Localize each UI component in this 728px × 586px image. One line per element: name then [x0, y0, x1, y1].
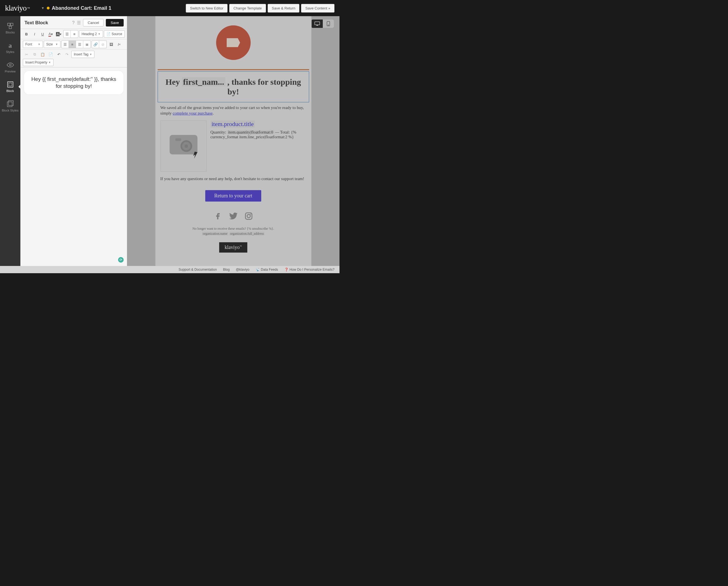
data-feeds-link[interactable]: 📡Data Feeds — [256, 268, 278, 271]
social-row[interactable] — [155, 207, 311, 225]
svg-point-3 — [9, 64, 11, 66]
support-text[interactable]: If you have any questions or need any he… — [155, 173, 311, 185]
svg-rect-6 — [7, 102, 12, 106]
header-actions: Switch to New Editor Change Template Sav… — [186, 4, 335, 13]
unsubscribe-text[interactable]: No longer want to receive these emails? … — [155, 225, 311, 237]
product-image-placeholder — [160, 120, 207, 172]
editor-panel: Text Block ? ☰ Cancel Save B I U A▾ A▾ ☰… — [20, 16, 127, 266]
block-icon — [7, 81, 14, 88]
unlink-button[interactable]: ⊘ — [99, 41, 106, 48]
svg-rect-7 — [8, 101, 13, 105]
instagram-icon[interactable] — [245, 212, 253, 220]
heading-select[interactable]: Heading 2▼ — [79, 30, 103, 38]
support-docs-link[interactable]: Support & Documentation — [179, 268, 217, 271]
divider — [158, 69, 309, 70]
bg-color-button[interactable]: A▾ — [55, 30, 62, 38]
svg-point-17 — [247, 214, 250, 218]
undo-button[interactable]: ↶ — [55, 51, 62, 58]
nav-blocks[interactable]: Blocks — [0, 21, 20, 36]
bold-button[interactable]: B — [23, 30, 30, 38]
insert-tag-select[interactable]: Insert Tag▼ — [71, 51, 95, 58]
twitter-icon[interactable] — [229, 212, 238, 220]
svg-rect-5 — [9, 83, 12, 86]
intro-text[interactable]: We saved all of the great items you've a… — [155, 102, 311, 119]
headline-block[interactable]: Hey first_nam... , thanks for stopping b… — [158, 71, 309, 102]
align-center-button[interactable]: ≡ — [69, 41, 76, 48]
facebook-icon[interactable] — [214, 212, 222, 220]
org-address-tag: organization.full_address — [229, 232, 265, 236]
refresh-icon[interactable]: ⟳ — [118, 257, 124, 263]
number-list-button[interactable]: ≡ — [71, 30, 78, 38]
clear-format-button[interactable]: I× — [115, 41, 123, 48]
mobile-view-button[interactable] — [323, 20, 334, 28]
text-editor-content[interactable]: Hey {{ first_name|default:'' }}, thanks … — [24, 71, 124, 95]
save-button[interactable]: Save — [106, 19, 124, 26]
nav-block[interactable]: Block — [0, 79, 20, 94]
org-name-tag: organization.name — [202, 232, 228, 236]
menu-icon[interactable]: ☰ — [77, 20, 81, 25]
desktop-view-button[interactable] — [312, 20, 323, 28]
copy-button[interactable]: ⧉ — [31, 51, 38, 58]
svg-rect-0 — [7, 23, 10, 26]
svg-point-18 — [250, 214, 251, 215]
blog-link[interactable]: Blog — [223, 268, 230, 271]
svg-rect-15 — [175, 138, 181, 141]
svg-rect-8 — [315, 22, 320, 25]
cut-button[interactable]: ✂ — [23, 51, 30, 58]
device-toggle — [312, 20, 334, 28]
bottom-bar: Support & Documentation Blog @klaviyo 📡D… — [0, 266, 339, 273]
personalize-help-link[interactable]: ❓How Do I Personalize Emails? — [284, 268, 335, 271]
complete-purchase-link[interactable]: complete your purchase — [173, 111, 212, 116]
brand-logo-icon — [216, 25, 251, 60]
font-select[interactable]: Font▼ — [23, 41, 43, 48]
klaviyo-footer[interactable]: klaviyo™ — [155, 237, 311, 259]
nav-preview[interactable]: Preview — [0, 60, 20, 75]
svg-rect-1 — [10, 23, 13, 26]
email-canvas: Hey first_nam... , thanks for stopping b… — [127, 16, 339, 266]
switch-editor-button[interactable]: Switch to New Editor — [186, 4, 228, 13]
product-block[interactable]: item.product.title Quantity: item.quanti… — [155, 119, 311, 173]
text-color-button[interactable]: A▾ — [47, 30, 54, 38]
image-button[interactable]: 🖼 — [107, 41, 115, 48]
svg-point-14 — [185, 144, 188, 148]
cancel-button[interactable]: Cancel — [83, 19, 104, 26]
size-select[interactable]: Size▼ — [44, 41, 60, 48]
help-icon[interactable]: ? — [72, 20, 75, 25]
align-right-button[interactable]: ☰ — [76, 41, 83, 48]
align-left-button[interactable]: ☰ — [61, 41, 69, 48]
block-styles-icon — [7, 100, 14, 107]
svg-point-11 — [328, 25, 329, 25]
underline-button[interactable]: U — [39, 30, 46, 38]
insert-property-select[interactable]: Insert Property▼ — [23, 59, 53, 66]
twitter-link[interactable]: @klaviyo — [236, 268, 250, 271]
email-hero[interactable] — [155, 16, 311, 69]
page-title: Abandoned Cart: Email 1 — [52, 5, 111, 11]
svg-rect-2 — [9, 26, 11, 29]
save-return-button[interactable]: Save & Return — [268, 4, 300, 13]
svg-rect-4 — [7, 82, 13, 87]
redo-button[interactable]: ↷ — [63, 51, 71, 58]
email-preview: Hey first_nam... , thanks for stopping b… — [155, 16, 311, 266]
caret-down-icon[interactable]: ▼ — [41, 6, 45, 10]
rte-toolbar: B I U A▾ A▾ ☰ ≡ Heading 2▼ 📄 Source Font… — [21, 29, 127, 68]
nav-styles[interactable]: a Styles — [0, 40, 20, 55]
paste-text-button[interactable]: 📄 — [47, 51, 54, 58]
link-button[interactable]: 🔗 — [92, 41, 99, 48]
return-cart-button[interactable]: Return to your cart — [205, 190, 261, 201]
status-dot-icon — [47, 7, 50, 9]
nav-block-styles[interactable]: Block Styles — [0, 99, 20, 114]
italic-button[interactable]: I — [31, 30, 38, 38]
styles-icon: a — [7, 42, 14, 49]
svg-rect-9 — [316, 25, 318, 26]
rss-icon: 📡 — [256, 268, 260, 271]
change-template-button[interactable]: Change Template — [229, 4, 266, 13]
save-content-button[interactable]: Save Content » — [301, 4, 335, 13]
paste-button[interactable]: 📋 — [39, 51, 46, 58]
top-bar: klaviyo™ ▼ Abandoned Cart: Email 1 Switc… — [0, 0, 339, 16]
bullet-list-button[interactable]: ☰ — [63, 30, 71, 38]
help-circle-icon: ❓ — [284, 268, 288, 271]
firstname-tag: first_nam... — [182, 77, 225, 87]
align-justify-button[interactable]: ≣ — [83, 41, 90, 48]
klaviyo-logo[interactable]: klaviyo™ — [5, 4, 29, 13]
source-button[interactable]: 📄 Source — [104, 30, 125, 38]
